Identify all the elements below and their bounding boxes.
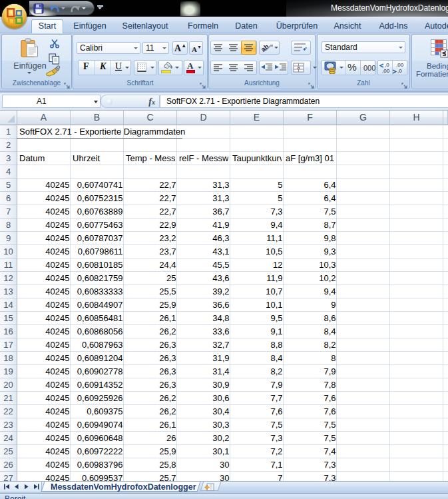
svg-text:,00: ,00 [382,68,390,74]
svg-text:,00: ,00 [396,62,404,68]
svg-text:,0: ,0 [397,68,402,74]
svg-text:,0: ,0 [385,62,389,68]
svg-text:a: a [297,65,300,71]
